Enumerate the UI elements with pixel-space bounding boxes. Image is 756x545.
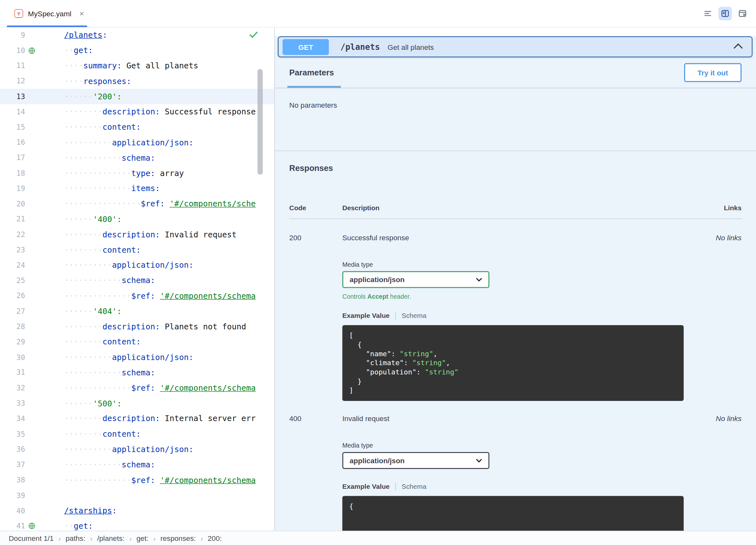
editor-scrollbar[interactable]	[257, 69, 263, 175]
line-number: 10	[0, 46, 25, 55]
line-number: 9	[0, 31, 25, 39]
tab-schema[interactable]: Schema	[402, 482, 427, 490]
line-number: 14	[0, 108, 25, 116]
editor-line[interactable]: 32··············$ref: '#/components/sche…	[0, 381, 274, 396]
editor-line[interactable]: 34········description: Internal server e…	[0, 411, 274, 427]
breadcrumb-separator-icon: ›	[90, 534, 92, 542]
responses-table: Code Description Links 200 Successful re…	[289, 204, 742, 531]
inspection-ok-check-icon[interactable]	[249, 31, 258, 40]
editor-line[interactable]: 18··············type: array	[0, 165, 274, 181]
editor-line[interactable]: 26··············$ref: '#/components/sche…	[0, 288, 274, 304]
endpoint-gutter-icon[interactable]	[25, 47, 39, 54]
editor-line[interactable]: 20················$ref: '#/components/sc…	[0, 196, 274, 211]
line-number: 30	[0, 353, 25, 362]
tab-divider	[395, 482, 396, 490]
editor-line[interactable]: 21······'400':	[0, 211, 274, 227]
yaml-editor[interactable]: 9/planets:10··get:11····summary: Get all…	[0, 27, 274, 531]
preview-top-margin	[275, 27, 756, 36]
editor-line[interactable]: 15········content:	[0, 119, 274, 135]
editor-line[interactable]: 30··········application/json:	[0, 350, 274, 365]
breadcrumb-separator-icon: ›	[153, 534, 155, 542]
editor-line[interactable]: 38··············$ref: '#/components/sche…	[0, 473, 274, 488]
line-number: 27	[0, 307, 25, 316]
editor-line[interactable]: 9/planets:	[0, 27, 274, 43]
response-description: Successful response	[342, 233, 684, 242]
application-window: Y MySpec.yaml ✕ 9/planets:10··get:11····…	[0, 0, 756, 545]
editor-line[interactable]: 10··get:	[0, 43, 274, 58]
line-number: 13	[0, 92, 25, 101]
editor-line[interactable]: 35········content:	[0, 427, 274, 442]
editor-line[interactable]: 28········description: Planets not found	[0, 319, 274, 334]
tab-schema[interactable]: Schema	[402, 312, 427, 320]
editor-line[interactable]: 14········description: Successful respon…	[0, 104, 274, 119]
breadcrumb-item[interactable]: Document 1/1	[9, 534, 54, 542]
endpoint-gutter-icon[interactable]	[25, 522, 39, 530]
response-links: No links	[684, 233, 741, 401]
media-type-label: Media type	[342, 261, 684, 268]
editor-line[interactable]: 16··········application/json:	[0, 135, 274, 150]
editor-line[interactable]: 17············schema:	[0, 150, 274, 165]
editor-line[interactable]: 24··········application/json:	[0, 257, 274, 273]
chevron-down-icon	[476, 458, 482, 463]
parameters-active-underline	[287, 86, 341, 88]
code-text: ········content:	[39, 429, 141, 439]
editor-line[interactable]: 39	[0, 488, 274, 503]
breadcrumb-item[interactable]: responses:	[160, 534, 196, 542]
editor-line[interactable]: 41··get:	[0, 519, 274, 531]
column-description: Description	[342, 204, 684, 212]
try-it-out-button[interactable]: Try it out	[684, 63, 741, 82]
response-row-200: 200 Successful response Media type appli…	[289, 219, 742, 401]
tab-example-value[interactable]: Example Value	[342, 482, 389, 490]
editor-preview-layout-icon[interactable]	[718, 7, 732, 20]
editor-line[interactable]: 12····responses:	[0, 73, 274, 89]
response-row-400: 400 Invalid request Media type applicati…	[289, 401, 742, 531]
tab-close-icon[interactable]: ✕	[79, 10, 84, 17]
code-text: ··············$ref: '#/components/schema	[39, 292, 256, 301]
line-number: 24	[0, 261, 25, 269]
code-text: ··········application/json:	[39, 353, 193, 362]
open-in-browser-icon[interactable]	[736, 7, 749, 20]
line-number: 16	[0, 138, 25, 147]
line-number: 35	[0, 430, 25, 438]
response-code: 400	[289, 414, 342, 531]
collapse-chevron-icon[interactable]	[733, 42, 743, 51]
tab-divider	[395, 312, 396, 320]
line-number: 40	[0, 506, 25, 515]
response-description: Invalid request	[342, 414, 684, 423]
editor-line[interactable]: 25············schema:	[0, 273, 274, 288]
tab-parameters[interactable]: Parameters	[289, 57, 334, 88]
code-text: ····responses:	[39, 77, 131, 86]
editor-line[interactable]: 11····summary: Get all planets	[0, 58, 274, 73]
code-text: ········description: Successful response	[39, 107, 256, 117]
tab-example-value[interactable]: Example Value	[342, 312, 389, 320]
editor-line[interactable]: 33······'500':	[0, 396, 274, 411]
code-text: ··············$ref: '#/components/schema	[39, 475, 256, 485]
editor-line[interactable]: 27······'404':	[0, 304, 274, 319]
editor-line[interactable]: 37············schema:	[0, 457, 274, 473]
editor-line[interactable]: 29········content:	[0, 334, 274, 350]
yaml-file-icon: Y	[14, 9, 23, 18]
editor-line[interactable]: 19··············items:	[0, 181, 274, 196]
editor-line[interactable]: 40/starships:	[0, 503, 274, 519]
editor-line[interactable]: 31············schema:	[0, 365, 274, 381]
breadcrumb-item[interactable]: paths:	[65, 534, 85, 542]
editor-line[interactable]: 23········content:	[0, 242, 274, 257]
breadcrumb-item[interactable]: get:	[136, 534, 148, 542]
breadcrumb-item[interactable]: 200:	[208, 534, 222, 542]
editor-lines: 9/planets:10··get:11····summary: Get all…	[0, 27, 274, 531]
breadcrumb-item[interactable]: /planets:	[97, 534, 125, 542]
media-type-select[interactable]: application/json	[342, 271, 489, 288]
tab-title: MySpec.yaml	[28, 9, 72, 18]
status-bar: Document 1/1›paths:›/planets:›get:›respo…	[0, 531, 756, 545]
editor-actions-menu-icon[interactable]	[701, 7, 714, 20]
editor-line[interactable]: 13······'200':	[0, 89, 274, 104]
http-method-badge: GET	[283, 39, 329, 55]
tab-myspec-yaml[interactable]: Y MySpec.yaml ✕	[0, 0, 92, 27]
editor-line[interactable]: 36··········application/json:	[0, 442, 274, 457]
operation-summary-bar[interactable]: GET /planets Get all planets	[278, 36, 753, 57]
editor-line[interactable]: 22········description: Invalid request	[0, 227, 274, 242]
breadcrumb-separator-icon: ›	[58, 534, 61, 542]
media-type-select[interactable]: application/json	[342, 452, 489, 469]
example-code-block: [ { "name": "string", "climate": "string…	[342, 325, 684, 401]
code-text: ········content:	[39, 123, 141, 132]
